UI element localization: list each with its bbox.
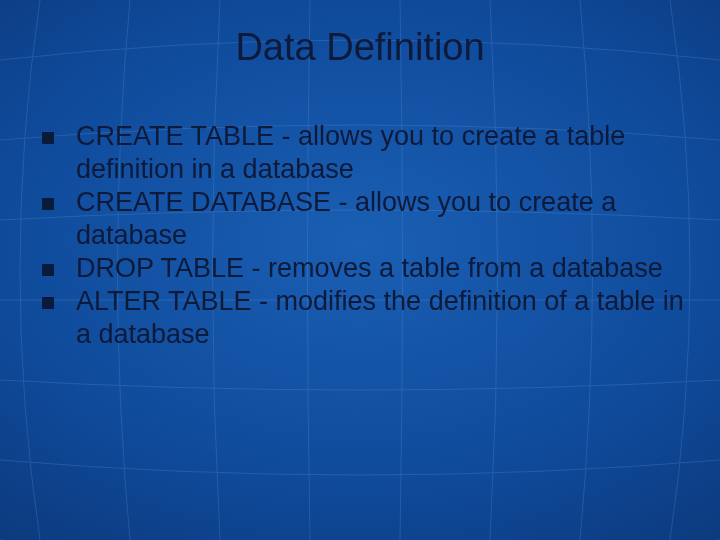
bullet-square-icon [42, 297, 54, 309]
bullet-square-icon [42, 264, 54, 276]
bullet-text: CREATE DATABASE - allows you to create a… [76, 186, 684, 252]
bullet-text: ALTER TABLE - modifies the definition of… [76, 285, 684, 351]
slide: Data Definition CREATE TABLE - allows yo… [0, 0, 720, 540]
bullet-square-icon [42, 132, 54, 144]
list-item: ALTER TABLE - modifies the definition of… [36, 285, 684, 351]
bullet-text: CREATE TABLE - allows you to create a ta… [76, 120, 684, 186]
slide-title: Data Definition [0, 26, 720, 69]
list-item: CREATE TABLE - allows you to create a ta… [36, 120, 684, 186]
bullet-text: DROP TABLE - removes a table from a data… [76, 252, 684, 285]
bullet-square-icon [42, 198, 54, 210]
list-item: DROP TABLE - removes a table from a data… [36, 252, 684, 285]
slide-body: CREATE TABLE - allows you to create a ta… [36, 120, 684, 351]
list-item: CREATE DATABASE - allows you to create a… [36, 186, 684, 252]
